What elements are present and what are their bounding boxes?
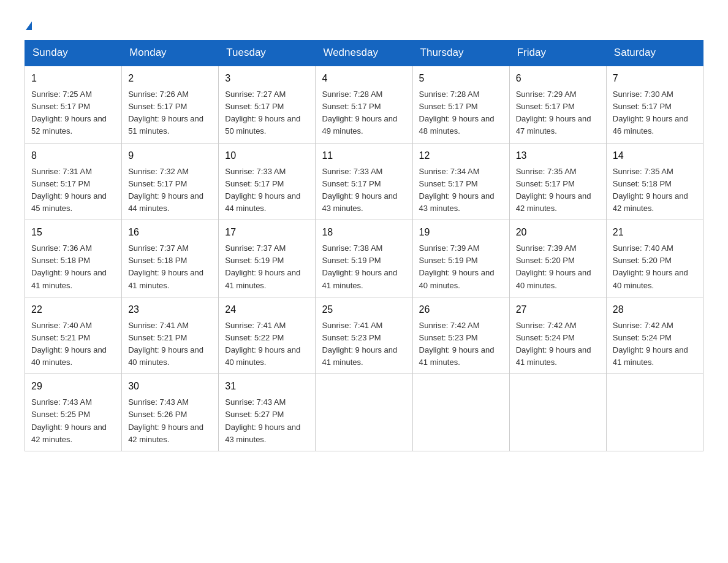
calendar-cell: 4 Sunrise: 7:28 AMSunset: 5:17 PMDayligh… (316, 66, 412, 143)
day-number: 16 (128, 225, 212, 240)
calendar-cell: 8 Sunrise: 7:31 AMSunset: 5:17 PMDayligh… (25, 143, 122, 220)
day-info: Sunrise: 7:27 AMSunset: 5:17 PMDaylight:… (225, 90, 300, 136)
day-info: Sunrise: 7:41 AMSunset: 5:22 PMDaylight:… (225, 321, 300, 367)
day-info: Sunrise: 7:30 AMSunset: 5:17 PMDaylight:… (613, 90, 688, 136)
day-number: 30 (128, 379, 212, 394)
day-info: Sunrise: 7:39 AMSunset: 5:19 PMDaylight:… (419, 243, 495, 289)
day-number: 8 (31, 148, 115, 163)
calendar-week-3: 15 Sunrise: 7:36 AMSunset: 5:18 PMDaylig… (25, 220, 703, 297)
calendar-cell: 26 Sunrise: 7:42 AMSunset: 5:23 PMDaylig… (412, 297, 509, 374)
calendar-cell: 14 Sunrise: 7:35 AMSunset: 5:18 PMDaylig… (606, 143, 703, 220)
day-number: 5 (419, 71, 503, 86)
day-info: Sunrise: 7:37 AMSunset: 5:18 PMDaylight:… (128, 243, 203, 289)
day-number: 6 (516, 71, 600, 86)
day-number: 1 (31, 71, 115, 86)
calendar-cell: 18 Sunrise: 7:38 AMSunset: 5:19 PMDaylig… (316, 220, 412, 297)
calendar-cell: 25 Sunrise: 7:41 AMSunset: 5:23 PMDaylig… (316, 297, 412, 374)
weekday-header-sunday: Sunday (25, 40, 122, 66)
day-info: Sunrise: 7:33 AMSunset: 5:17 PMDaylight:… (322, 167, 397, 213)
calendar-cell: 24 Sunrise: 7:41 AMSunset: 5:22 PMDaylig… (219, 297, 316, 374)
day-info: Sunrise: 7:41 AMSunset: 5:21 PMDaylight:… (128, 321, 203, 367)
day-info: Sunrise: 7:28 AMSunset: 5:17 PMDaylight:… (419, 90, 495, 136)
day-info: Sunrise: 7:35 AMSunset: 5:18 PMDaylight:… (613, 167, 688, 213)
day-info: Sunrise: 7:29 AMSunset: 5:17 PMDaylight:… (516, 90, 591, 136)
calendar-cell (316, 374, 412, 451)
day-info: Sunrise: 7:35 AMSunset: 5:17 PMDaylight:… (516, 167, 591, 213)
day-number: 23 (128, 302, 212, 317)
calendar-week-4: 22 Sunrise: 7:40 AMSunset: 5:21 PMDaylig… (25, 297, 703, 374)
day-info: Sunrise: 7:42 AMSunset: 5:23 PMDaylight:… (419, 321, 495, 367)
day-number: 17 (225, 225, 309, 240)
day-number: 22 (31, 302, 115, 317)
day-info: Sunrise: 7:38 AMSunset: 5:19 PMDaylight:… (322, 243, 397, 289)
day-number: 9 (128, 148, 212, 163)
weekday-header-row: SundayMondayTuesdayWednesdayThursdayFrid… (25, 40, 703, 66)
day-number: 13 (516, 148, 600, 163)
calendar-week-1: 1 Sunrise: 7:25 AMSunset: 5:17 PMDayligh… (25, 66, 703, 143)
day-number: 14 (613, 148, 697, 163)
calendar-cell: 6 Sunrise: 7:29 AMSunset: 5:17 PMDayligh… (509, 66, 606, 143)
day-number: 20 (516, 225, 600, 240)
calendar-cell: 11 Sunrise: 7:33 AMSunset: 5:17 PMDaylig… (316, 143, 412, 220)
day-number: 10 (225, 148, 309, 163)
calendar-cell: 27 Sunrise: 7:42 AMSunset: 5:24 PMDaylig… (509, 297, 606, 374)
day-number: 12 (419, 148, 503, 163)
calendar-cell (509, 374, 606, 451)
calendar-cell: 29 Sunrise: 7:43 AMSunset: 5:25 PMDaylig… (25, 374, 122, 451)
day-number: 21 (613, 225, 697, 240)
day-number: 27 (516, 302, 600, 317)
day-number: 18 (322, 225, 406, 240)
logo-triangle-icon (26, 21, 32, 30)
calendar-cell: 5 Sunrise: 7:28 AMSunset: 5:17 PMDayligh… (412, 66, 509, 143)
day-info: Sunrise: 7:34 AMSunset: 5:17 PMDaylight:… (419, 167, 495, 213)
weekday-header-wednesday: Wednesday (316, 40, 412, 66)
day-number: 25 (322, 302, 406, 317)
day-number: 29 (31, 379, 115, 394)
calendar-cell: 17 Sunrise: 7:37 AMSunset: 5:19 PMDaylig… (219, 220, 316, 297)
day-info: Sunrise: 7:32 AMSunset: 5:17 PMDaylight:… (128, 167, 203, 213)
day-info: Sunrise: 7:39 AMSunset: 5:20 PMDaylight:… (516, 243, 591, 289)
calendar-table: SundayMondayTuesdayWednesdayThursdayFrid… (25, 40, 703, 451)
calendar-cell: 20 Sunrise: 7:39 AMSunset: 5:20 PMDaylig… (509, 220, 606, 297)
day-info: Sunrise: 7:43 AMSunset: 5:25 PMDaylight:… (31, 397, 107, 443)
calendar-cell: 9 Sunrise: 7:32 AMSunset: 5:17 PMDayligh… (122, 143, 219, 220)
day-number: 2 (128, 71, 212, 86)
day-number: 7 (613, 71, 697, 86)
calendar-cell: 7 Sunrise: 7:30 AMSunset: 5:17 PMDayligh… (606, 66, 703, 143)
day-info: Sunrise: 7:40 AMSunset: 5:20 PMDaylight:… (613, 243, 688, 289)
calendar-cell: 13 Sunrise: 7:35 AMSunset: 5:17 PMDaylig… (509, 143, 606, 220)
calendar-cell: 15 Sunrise: 7:36 AMSunset: 5:18 PMDaylig… (25, 220, 122, 297)
day-info: Sunrise: 7:40 AMSunset: 5:21 PMDaylight:… (31, 321, 107, 367)
day-number: 4 (322, 71, 406, 86)
weekday-header-monday: Monday (122, 40, 219, 66)
day-number: 3 (225, 71, 309, 86)
calendar-cell (606, 374, 703, 451)
calendar-cell: 16 Sunrise: 7:37 AMSunset: 5:18 PMDaylig… (122, 220, 219, 297)
day-info: Sunrise: 7:25 AMSunset: 5:17 PMDaylight:… (31, 90, 107, 136)
day-info: Sunrise: 7:42 AMSunset: 5:24 PMDaylight:… (516, 321, 591, 367)
day-number: 24 (225, 302, 309, 317)
calendar-week-2: 8 Sunrise: 7:31 AMSunset: 5:17 PMDayligh… (25, 143, 703, 220)
calendar-cell: 30 Sunrise: 7:43 AMSunset: 5:26 PMDaylig… (122, 374, 219, 451)
day-number: 11 (322, 148, 406, 163)
weekday-header-saturday: Saturday (606, 40, 703, 66)
day-info: Sunrise: 7:31 AMSunset: 5:17 PMDaylight:… (31, 167, 107, 213)
day-info: Sunrise: 7:36 AMSunset: 5:18 PMDaylight:… (31, 243, 107, 289)
calendar-cell: 28 Sunrise: 7:42 AMSunset: 5:24 PMDaylig… (606, 297, 703, 374)
calendar-cell: 23 Sunrise: 7:41 AMSunset: 5:21 PMDaylig… (122, 297, 219, 374)
day-number: 19 (419, 225, 503, 240)
calendar-cell: 3 Sunrise: 7:27 AMSunset: 5:17 PMDayligh… (219, 66, 316, 143)
day-info: Sunrise: 7:33 AMSunset: 5:17 PMDaylight:… (225, 167, 300, 213)
day-info: Sunrise: 7:42 AMSunset: 5:24 PMDaylight:… (613, 321, 688, 367)
day-number: 15 (31, 225, 115, 240)
day-info: Sunrise: 7:41 AMSunset: 5:23 PMDaylight:… (322, 321, 397, 367)
calendar-cell (412, 374, 509, 451)
day-info: Sunrise: 7:43 AMSunset: 5:26 PMDaylight:… (128, 397, 203, 443)
day-info: Sunrise: 7:37 AMSunset: 5:19 PMDaylight:… (225, 243, 300, 289)
calendar-cell: 10 Sunrise: 7:33 AMSunset: 5:17 PMDaylig… (219, 143, 316, 220)
calendar-cell: 21 Sunrise: 7:40 AMSunset: 5:20 PMDaylig… (606, 220, 703, 297)
day-info: Sunrise: 7:28 AMSunset: 5:17 PMDaylight:… (322, 90, 397, 136)
logo (25, 18, 32, 30)
weekday-header-tuesday: Tuesday (219, 40, 316, 66)
calendar-cell: 12 Sunrise: 7:34 AMSunset: 5:17 PMDaylig… (412, 143, 509, 220)
